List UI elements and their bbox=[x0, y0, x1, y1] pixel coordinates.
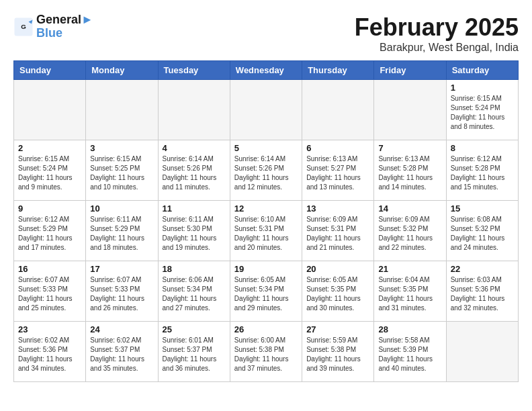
day-number: 7 bbox=[378, 143, 441, 153]
day-info: Sunrise: 6:09 AM Sunset: 5:31 PM Dayligh… bbox=[306, 215, 369, 253]
weekday-header-tuesday: Tuesday bbox=[158, 61, 230, 80]
day-info: Sunrise: 6:12 AM Sunset: 5:28 PM Dayligh… bbox=[451, 154, 514, 192]
day-number: 5 bbox=[234, 143, 298, 153]
day-info: Sunrise: 6:13 AM Sunset: 5:27 PM Dayligh… bbox=[306, 154, 369, 192]
calendar-cell: 3Sunrise: 6:15 AM Sunset: 5:25 PM Daylig… bbox=[86, 140, 158, 201]
calendar-cell bbox=[14, 80, 86, 140]
calendar-cell: 26Sunrise: 6:00 AM Sunset: 5:38 PM Dayli… bbox=[230, 322, 302, 382]
day-info: Sunrise: 6:06 AM Sunset: 5:34 PM Dayligh… bbox=[163, 275, 226, 313]
day-number: 27 bbox=[306, 324, 369, 334]
calendar-cell: 11Sunrise: 6:11 AM Sunset: 5:30 PM Dayli… bbox=[158, 201, 230, 261]
calendar-cell bbox=[230, 80, 302, 140]
calendar-cell: 17Sunrise: 6:07 AM Sunset: 5:33 PM Dayli… bbox=[86, 261, 158, 322]
calendar-cell bbox=[302, 80, 374, 140]
calendar-cell: 28Sunrise: 5:58 AM Sunset: 5:39 PM Dayli… bbox=[374, 322, 446, 382]
weekday-header-thursday: Thursday bbox=[302, 61, 374, 80]
day-number: 3 bbox=[90, 143, 153, 153]
calendar-week-1: 1Sunrise: 6:15 AM Sunset: 5:24 PM Daylig… bbox=[14, 80, 519, 140]
day-number: 22 bbox=[451, 264, 514, 274]
svg-text:G: G bbox=[21, 23, 26, 30]
calendar-cell: 19Sunrise: 6:05 AM Sunset: 5:34 PM Dayli… bbox=[230, 261, 302, 322]
day-info: Sunrise: 6:14 AM Sunset: 5:26 PM Dayligh… bbox=[234, 154, 298, 192]
day-number: 18 bbox=[163, 264, 226, 274]
day-info: Sunrise: 6:01 AM Sunset: 5:37 PM Dayligh… bbox=[163, 336, 226, 373]
day-number: 17 bbox=[90, 264, 153, 274]
calendar-cell: 2Sunrise: 6:15 AM Sunset: 5:24 PM Daylig… bbox=[14, 140, 86, 201]
calendar-cell: 1Sunrise: 6:15 AM Sunset: 5:24 PM Daylig… bbox=[446, 80, 518, 140]
logo: G General► Blue bbox=[13, 13, 93, 40]
day-info: Sunrise: 6:07 AM Sunset: 5:33 PM Dayligh… bbox=[90, 275, 153, 313]
calendar-cell: 8Sunrise: 6:12 AM Sunset: 5:28 PM Daylig… bbox=[446, 140, 518, 201]
day-number: 16 bbox=[18, 264, 81, 274]
day-number: 19 bbox=[234, 264, 298, 274]
calendar-cell: 23Sunrise: 6:02 AM Sunset: 5:36 PM Dayli… bbox=[14, 322, 86, 382]
logo-icon: G bbox=[13, 17, 34, 37]
calendar: SundayMondayTuesdayWednesdayThursdayFrid… bbox=[13, 60, 519, 382]
calendar-cell: 15Sunrise: 6:08 AM Sunset: 5:32 PM Dayli… bbox=[446, 201, 518, 261]
day-number: 4 bbox=[163, 143, 226, 153]
calendar-cell: 27Sunrise: 5:59 AM Sunset: 5:38 PM Dayli… bbox=[302, 322, 374, 382]
day-number: 15 bbox=[451, 203, 514, 214]
calendar-cell: 5Sunrise: 6:14 AM Sunset: 5:26 PM Daylig… bbox=[230, 140, 302, 201]
day-info: Sunrise: 6:10 AM Sunset: 5:31 PM Dayligh… bbox=[234, 215, 298, 253]
day-info: Sunrise: 6:04 AM Sunset: 5:35 PM Dayligh… bbox=[378, 275, 441, 313]
weekday-header-friday: Friday bbox=[374, 61, 446, 80]
day-info: Sunrise: 6:15 AM Sunset: 5:25 PM Dayligh… bbox=[90, 154, 153, 192]
calendar-cell: 6Sunrise: 6:13 AM Sunset: 5:27 PM Daylig… bbox=[302, 140, 374, 201]
day-info: Sunrise: 5:59 AM Sunset: 5:38 PM Dayligh… bbox=[306, 336, 369, 373]
day-number: 13 bbox=[306, 203, 369, 214]
calendar-cell: 13Sunrise: 6:09 AM Sunset: 5:31 PM Dayli… bbox=[302, 201, 374, 261]
calendar-cell: 25Sunrise: 6:01 AM Sunset: 5:37 PM Dayli… bbox=[158, 322, 230, 382]
day-number: 8 bbox=[451, 143, 514, 153]
day-info: Sunrise: 6:07 AM Sunset: 5:33 PM Dayligh… bbox=[18, 275, 81, 313]
day-number: 1 bbox=[451, 83, 514, 93]
day-info: Sunrise: 6:13 AM Sunset: 5:28 PM Dayligh… bbox=[378, 154, 441, 192]
day-info: Sunrise: 6:03 AM Sunset: 5:36 PM Dayligh… bbox=[451, 275, 514, 313]
day-info: Sunrise: 6:00 AM Sunset: 5:38 PM Dayligh… bbox=[234, 336, 298, 373]
day-info: Sunrise: 6:08 AM Sunset: 5:32 PM Dayligh… bbox=[451, 215, 514, 253]
day-number: 14 bbox=[378, 203, 441, 214]
weekday-header-sunday: Sunday bbox=[14, 61, 86, 80]
day-number: 21 bbox=[378, 264, 441, 274]
calendar-cell: 16Sunrise: 6:07 AM Sunset: 5:33 PM Dayli… bbox=[14, 261, 86, 322]
day-number: 28 bbox=[378, 324, 441, 334]
day-info: Sunrise: 6:14 AM Sunset: 5:26 PM Dayligh… bbox=[163, 154, 226, 192]
day-info: Sunrise: 6:12 AM Sunset: 5:29 PM Dayligh… bbox=[18, 215, 81, 253]
day-number: 12 bbox=[234, 203, 298, 214]
day-info: Sunrise: 6:15 AM Sunset: 5:24 PM Dayligh… bbox=[451, 94, 514, 132]
location: Barakpur, West Bengal, India bbox=[355, 42, 519, 54]
day-info: Sunrise: 6:05 AM Sunset: 5:35 PM Dayligh… bbox=[306, 275, 369, 313]
calendar-cell: 9Sunrise: 6:12 AM Sunset: 5:29 PM Daylig… bbox=[14, 201, 86, 261]
header: G General► Blue February 2025 Barakpur, … bbox=[13, 13, 519, 54]
title-area: February 2025 Barakpur, West Bengal, Ind… bbox=[355, 13, 519, 54]
day-info: Sunrise: 6:05 AM Sunset: 5:34 PM Dayligh… bbox=[234, 275, 298, 313]
calendar-cell: 14Sunrise: 6:09 AM Sunset: 5:32 PM Dayli… bbox=[374, 201, 446, 261]
day-number: 20 bbox=[306, 264, 369, 274]
day-number: 24 bbox=[90, 324, 153, 334]
calendar-cell bbox=[446, 322, 518, 382]
weekday-header-monday: Monday bbox=[86, 61, 158, 80]
calendar-cell bbox=[158, 80, 230, 140]
day-number: 26 bbox=[234, 324, 298, 334]
calendar-cell: 10Sunrise: 6:11 AM Sunset: 5:29 PM Dayli… bbox=[86, 201, 158, 261]
day-number: 11 bbox=[163, 203, 226, 214]
logo-text: General► Blue bbox=[36, 13, 93, 40]
calendar-cell: 18Sunrise: 6:06 AM Sunset: 5:34 PM Dayli… bbox=[158, 261, 230, 322]
calendar-week-2: 2Sunrise: 6:15 AM Sunset: 5:24 PM Daylig… bbox=[14, 140, 519, 201]
day-info: Sunrise: 6:09 AM Sunset: 5:32 PM Dayligh… bbox=[378, 215, 441, 253]
day-number: 25 bbox=[163, 324, 226, 334]
day-info: Sunrise: 6:15 AM Sunset: 5:24 PM Dayligh… bbox=[18, 154, 81, 192]
day-number: 6 bbox=[306, 143, 369, 153]
calendar-week-3: 9Sunrise: 6:12 AM Sunset: 5:29 PM Daylig… bbox=[14, 201, 519, 261]
calendar-cell: 22Sunrise: 6:03 AM Sunset: 5:36 PM Dayli… bbox=[446, 261, 518, 322]
calendar-cell: 20Sunrise: 6:05 AM Sunset: 5:35 PM Dayli… bbox=[302, 261, 374, 322]
weekday-header-saturday: Saturday bbox=[446, 61, 518, 80]
day-info: Sunrise: 6:02 AM Sunset: 5:36 PM Dayligh… bbox=[18, 336, 81, 373]
calendar-cell: 7Sunrise: 6:13 AM Sunset: 5:28 PM Daylig… bbox=[374, 140, 446, 201]
day-info: Sunrise: 6:02 AM Sunset: 5:37 PM Dayligh… bbox=[90, 336, 153, 373]
day-info: Sunrise: 6:11 AM Sunset: 5:30 PM Dayligh… bbox=[163, 215, 226, 253]
day-number: 10 bbox=[90, 203, 153, 214]
calendar-week-5: 23Sunrise: 6:02 AM Sunset: 5:36 PM Dayli… bbox=[14, 322, 519, 382]
calendar-cell: 4Sunrise: 6:14 AM Sunset: 5:26 PM Daylig… bbox=[158, 140, 230, 201]
calendar-cell: 12Sunrise: 6:10 AM Sunset: 5:31 PM Dayli… bbox=[230, 201, 302, 261]
